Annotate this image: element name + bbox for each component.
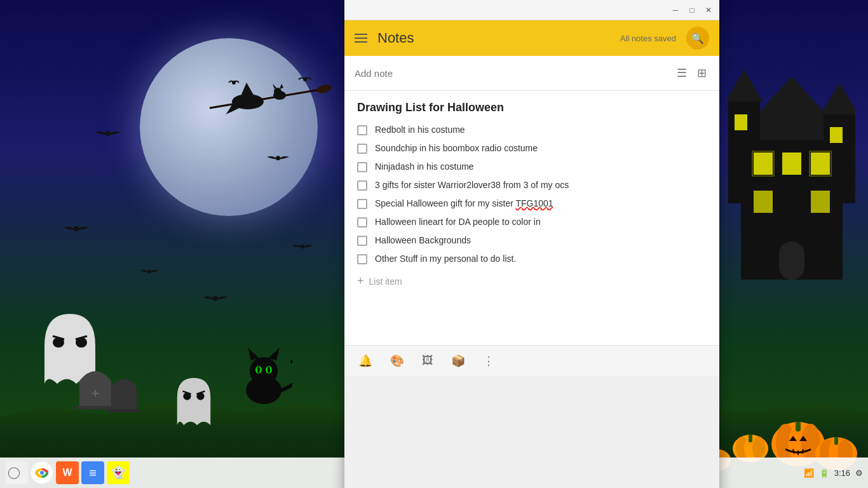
list-item: Soundchip in his boombox radio costume (357, 143, 707, 154)
moon (140, 38, 318, 216)
list-item: Halloween Backgrounds (357, 235, 707, 246)
svg-line-0 (210, 89, 324, 108)
app-title: Notes (377, 30, 610, 46)
system-tray: ⚙ (855, 468, 863, 478)
bat2 (267, 152, 289, 166)
svg-rect-27 (754, 191, 773, 213)
svg-rect-28 (811, 191, 830, 213)
svg-rect-31 (779, 241, 804, 280)
svg-marker-50 (248, 348, 259, 360)
item-text-6: Halloween lineart for DA people to color… (375, 217, 541, 227)
checkbox-4[interactable] (357, 180, 367, 191)
svg-point-15 (147, 269, 151, 273)
wattpad-icon[interactable]: W (56, 461, 79, 484)
bat6 (292, 241, 313, 254)
svg-point-16 (213, 296, 218, 301)
list-item: Redbolt in his costume (357, 125, 707, 135)
black-cat (235, 342, 292, 415)
notes-header: Notes All notes saved 🔍 (344, 20, 719, 56)
svg-rect-60 (796, 422, 801, 431)
list-item: Ninjadash in his costume (357, 161, 707, 172)
svg-point-10 (303, 78, 307, 81)
battery-icon: 🔋 (819, 468, 829, 478)
item-text-4: 3 gifts for sister Warrior2lover38 from … (375, 180, 569, 190)
below-note-area (344, 376, 719, 488)
svg-rect-30 (830, 127, 843, 143)
note-content: Drawing List for Halloween Redbolt in hi… (344, 91, 719, 345)
svg-rect-24 (754, 152, 773, 175)
add-note-bar: ☰ ⊞ (344, 56, 719, 91)
tfg1001-link[interactable]: TFG1001 (516, 198, 553, 208)
svg-point-12 (105, 131, 111, 136)
bat5 (203, 292, 227, 308)
notes-app: Notes All notes saved 🔍 ☰ ⊞ Drawing List… (344, 20, 719, 488)
svg-marker-9 (280, 84, 283, 89)
svg-point-55 (268, 367, 270, 373)
svg-point-17 (301, 245, 304, 248)
bell-button[interactable]: 🔔 (355, 350, 376, 372)
archive-button[interactable]: 📦 (447, 350, 469, 372)
clock: 3:16 (834, 468, 850, 478)
item-text-7: Halloween Backgrounds (375, 235, 471, 245)
checkbox-3[interactable] (357, 162, 367, 172)
svg-point-11 (232, 81, 236, 85)
svg-marker-21 (728, 70, 763, 102)
svg-point-13 (276, 156, 280, 160)
maximize-button[interactable]: □ (686, 4, 698, 16)
svg-point-49 (250, 357, 278, 385)
svg-marker-51 (268, 348, 280, 360)
checkbox-2[interactable] (357, 144, 367, 154)
svg-rect-46 (111, 387, 137, 412)
add-note-input[interactable] (355, 68, 674, 79)
item-text-1: Redbolt in his costume (375, 125, 465, 135)
more-button[interactable]: ⋮ (479, 350, 498, 372)
svg-rect-26 (782, 152, 801, 175)
svg-point-69 (752, 437, 765, 459)
note-title: Drawing List for Halloween (357, 101, 707, 114)
item-text-2: Soundchip in his boombox radio costume (375, 143, 538, 153)
grid-view-icon[interactable]: ⊞ (695, 64, 709, 83)
ghost-right (172, 371, 216, 437)
svg-rect-47 (108, 409, 140, 412)
svg-point-14 (74, 226, 79, 231)
launcher-button[interactable]: ⃝ (5, 461, 28, 484)
gravestone2 (108, 368, 140, 415)
witch-silhouette (197, 70, 337, 121)
palette-button[interactable]: 🎨 (386, 350, 408, 372)
menu-button[interactable] (355, 34, 367, 43)
add-list-item-row[interactable]: + List item (357, 272, 707, 290)
image-button[interactable]: 🖼 (418, 350, 437, 371)
checkbox-1[interactable] (357, 125, 367, 135)
snapchat-icon[interactable]: 👻 (107, 461, 130, 484)
svg-rect-25 (811, 152, 830, 175)
list-item: Halloween lineart for DA people to color… (357, 217, 707, 227)
svg-point-5 (244, 92, 254, 102)
checkbox-7[interactable] (357, 236, 367, 246)
svg-marker-23 (820, 83, 855, 114)
notes-window: ─ □ ✕ Notes All notes saved 🔍 ☰ ⊞ Drawin… (344, 0, 719, 488)
list-item: Other Stuff in my personal to do list. (357, 254, 707, 264)
close-button[interactable]: ✕ (703, 4, 714, 16)
item-text-3: Ninjadash in his costume (375, 161, 474, 172)
svg-point-85 (40, 471, 44, 475)
taskbar-right: 📶 🔋 3:16 ⚙ (804, 468, 863, 478)
view-toggle: ☰ ⊞ (674, 64, 709, 83)
svg-rect-29 (735, 114, 747, 130)
add-item-plus-icon: + (357, 274, 364, 288)
search-button[interactable]: 🔍 (686, 27, 709, 50)
bat3 (64, 222, 89, 238)
svg-point-7 (274, 88, 281, 95)
list-item: 3 gifts for sister Warrior2lover38 from … (357, 180, 707, 191)
checkbox-5[interactable] (357, 199, 367, 209)
bat1 (95, 127, 121, 143)
add-item-label: List item (369, 276, 402, 287)
minimize-button[interactable]: ─ (670, 4, 681, 16)
item-text-5: Special Halloween gift for my sister TFG… (375, 198, 553, 208)
list-view-icon[interactable]: ☰ (674, 64, 689, 83)
svg-point-1 (316, 83, 332, 95)
checkbox-6[interactable] (357, 217, 367, 227)
checkbox-8[interactable] (357, 254, 367, 264)
item-text-8: Other Stuff in my personal to do list. (375, 254, 516, 264)
chrome-icon[interactable] (31, 461, 53, 484)
docs-icon[interactable]: ≡ (81, 461, 104, 484)
